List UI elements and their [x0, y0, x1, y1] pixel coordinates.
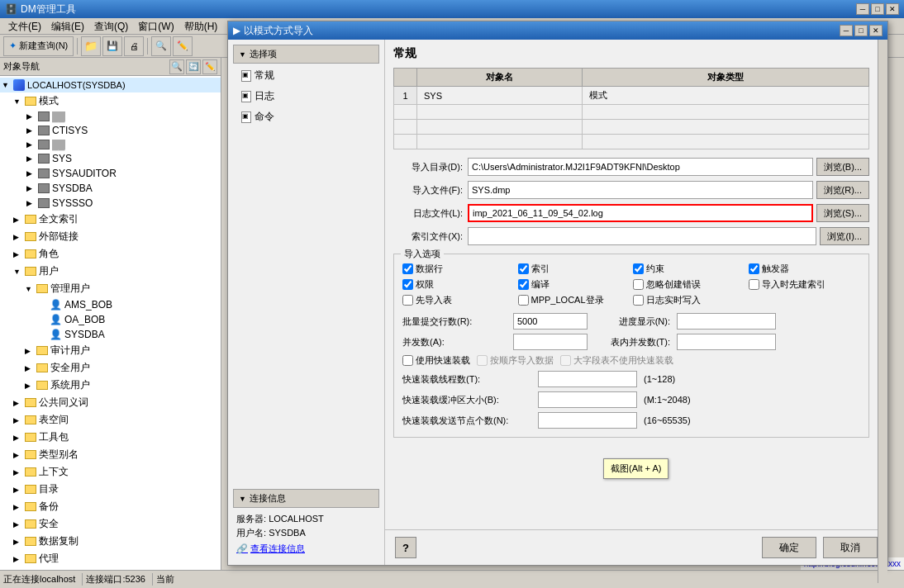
tree-item-sysdba-user[interactable]: 👤 SYSDBA: [0, 327, 221, 342]
log-file-label: 日志文件(L):: [393, 207, 468, 220]
tree-item-ams-bob[interactable]: 👤 AMS_BOB: [0, 297, 221, 312]
log-file-input[interactable]: [468, 204, 813, 222]
index-file-input[interactable]: [468, 227, 816, 245]
sidebar-icon-btn-1[interactable]: 🔍: [169, 59, 184, 74]
tree-item-tablespace[interactable]: ▶ 表空间: [0, 411, 221, 429]
fast-buffer-input[interactable]: [538, 391, 637, 408]
sidebar-icon-btn-2[interactable]: 🔄: [186, 59, 201, 74]
opt-prebuild-checkbox[interactable]: [749, 279, 759, 290]
table-concurrent-input[interactable]: [677, 334, 776, 350]
tree-item-user-folder[interactable]: ▼ 用户: [0, 263, 221, 280]
tree-item-schema-3[interactable]: ▶ ██: [0, 138, 221, 151]
maximize-button[interactable]: □: [871, 3, 884, 15]
scrollbar[interactable]: [878, 40, 887, 565]
toolbar-btn-1[interactable]: 📁: [81, 36, 101, 56]
cancel-button[interactable]: 取消: [823, 537, 878, 558]
tree-item-audit-user[interactable]: ▶ 审计用户: [0, 342, 221, 359]
fast-load-checkbox[interactable]: [402, 355, 413, 366]
fast-nodes-input[interactable]: [538, 412, 637, 429]
tree-item-replication[interactable]: ▶ 数据复制: [0, 533, 221, 550]
tree-item-context[interactable]: ▶ 上下文: [0, 463, 221, 481]
schema-icon-ctisys: [38, 126, 50, 135]
menu-item-query[interactable]: 查询(Q): [89, 18, 133, 35]
tree-item-security[interactable]: ▶ 安全: [0, 515, 221, 533]
log-file-browse-button[interactable]: 浏览(S)...: [816, 204, 869, 222]
tree-item-agent[interactable]: ▶ 代理: [0, 550, 221, 567]
tree-item-directory[interactable]: ▶ 目录: [0, 481, 221, 498]
menu-item-window[interactable]: 窗口(W): [133, 18, 178, 35]
tree-item-toolkit[interactable]: ▶ 工具包: [0, 429, 221, 446]
menu-item-file[interactable]: 文件(E): [3, 18, 46, 35]
tree-item-sysdba-schema[interactable]: ▶ SYSDBA: [0, 181, 221, 196]
help-button[interactable]: ?: [395, 537, 416, 558]
tree-item-fulltext[interactable]: ▶ 全文索引: [0, 211, 221, 228]
tree-item-admin-user[interactable]: ▼ 管理用户: [0, 280, 221, 297]
user-label: 用户名:: [236, 528, 266, 538]
opt-constraint-checkbox[interactable]: [633, 263, 644, 274]
tree-item-typealias[interactable]: ▶ 类型别名: [0, 446, 221, 463]
tree-item-sys[interactable]: ▶ SYS: [0, 151, 221, 166]
tree-item-schema-1[interactable]: ▶ ██: [0, 110, 221, 123]
folder-icon-agent: [25, 554, 36, 563]
server-label: 服务器:: [236, 514, 266, 524]
progress-input[interactable]: [677, 313, 776, 330]
nav-item-log[interactable]: ▣ 日志: [228, 86, 384, 107]
tree-item-schema-folder[interactable]: ▼ 模式: [0, 92, 221, 110]
tree-item-sysauditor[interactable]: ▶ SYSAUDITOR: [0, 166, 221, 181]
progress-label: 进度显示(N):: [591, 315, 673, 328]
connection-link-row[interactable]: 🔗 查看连接信息: [236, 543, 376, 555]
sidebar-icon-btn-3[interactable]: ✏️: [202, 59, 217, 74]
import-file-input[interactable]: [468, 181, 813, 199]
fast-threads-input[interactable]: [538, 371, 637, 387]
opt-log-realtime-checkbox[interactable]: [633, 295, 644, 306]
param-row-3: 使用快速装载 按顺序导入数据 大字段表不使用快速装载: [402, 354, 860, 367]
tree-root[interactable]: ▼ LOCALHOST(SYSDBA): [0, 78, 221, 92]
schema-icon-sysauditor: [38, 168, 50, 178]
order-import-checkbox[interactable]: [477, 355, 488, 366]
opt-index-checkbox[interactable]: [518, 263, 529, 274]
import-dir-input[interactable]: [468, 158, 813, 176]
menu-item-edit[interactable]: 编辑(E): [46, 18, 89, 35]
modal-maximize-button[interactable]: □: [854, 25, 868, 36]
tree-item-oa-bob[interactable]: 👤 OA_BOB: [0, 312, 221, 327]
toolbar-btn-4[interactable]: 🔍: [151, 36, 171, 56]
no-fast-lob-checkbox[interactable]: [560, 355, 571, 366]
nav-item-general[interactable]: ▣ 常规: [228, 65, 384, 86]
minimize-button[interactable]: ─: [856, 3, 869, 15]
tree-item-system-user[interactable]: ▶ 系统用户: [0, 377, 221, 394]
folder-icon-replication: [25, 537, 36, 546]
table-row-1[interactable]: 1 SYS 模式: [394, 87, 869, 105]
tree-item-external[interactable]: ▶ 外部链接: [0, 228, 221, 245]
import-dir-browse-button[interactable]: 浏览(B)...: [816, 158, 869, 176]
tree-item-syssso[interactable]: ▶ SYSSSO: [0, 196, 221, 211]
fast-threads-label: 快速装载线程数(T):: [402, 373, 535, 386]
tree-item-role[interactable]: ▶ 角色: [0, 245, 221, 263]
confirm-button[interactable]: 确定: [762, 537, 816, 558]
toolbar-btn-5[interactable]: ✏️: [173, 36, 193, 56]
opt-ignore-checkbox[interactable]: [633, 279, 644, 290]
menu-item-help[interactable]: 帮助(H): [179, 18, 223, 35]
close-button[interactable]: ✕: [886, 3, 899, 15]
selection-arrow-icon: ▼: [239, 50, 246, 59]
schema-1-label: ██: [52, 111, 65, 121]
tree-item-synonym[interactable]: ▶ 公共同义词: [0, 394, 221, 411]
toolbar-btn-2[interactable]: 💾: [102, 36, 122, 56]
nav-item-command[interactable]: ▣ 命令: [228, 107, 384, 127]
batch-commit-input[interactable]: [513, 313, 588, 330]
opt-mpp-checkbox[interactable]: [518, 295, 529, 306]
opt-trigger-checkbox[interactable]: [749, 263, 759, 274]
modal-close-button[interactable]: ✕: [869, 25, 883, 36]
toolbar-btn-3[interactable]: 🖨: [124, 36, 144, 56]
import-file-browse-button[interactable]: 浏览(R)...: [816, 181, 869, 199]
opt-permission-checkbox[interactable]: [402, 279, 413, 290]
opt-compile-checkbox[interactable]: [518, 279, 529, 290]
index-file-browse-button[interactable]: 浏览(I)...: [820, 227, 869, 245]
concurrent-input[interactable]: [513, 334, 588, 350]
modal-minimize-button[interactable]: ─: [840, 25, 853, 36]
tree-item-backup[interactable]: ▶ 备份: [0, 498, 221, 515]
tree-item-security-user[interactable]: ▶ 安全用户: [0, 359, 221, 377]
new-query-button[interactable]: ✦ 新建查询(N): [3, 36, 74, 56]
opt-data-checkbox[interactable]: [402, 263, 413, 274]
tree-item-ctisys[interactable]: ▶ CTISYS: [0, 123, 221, 138]
opt-pretable-checkbox[interactable]: [402, 295, 413, 306]
